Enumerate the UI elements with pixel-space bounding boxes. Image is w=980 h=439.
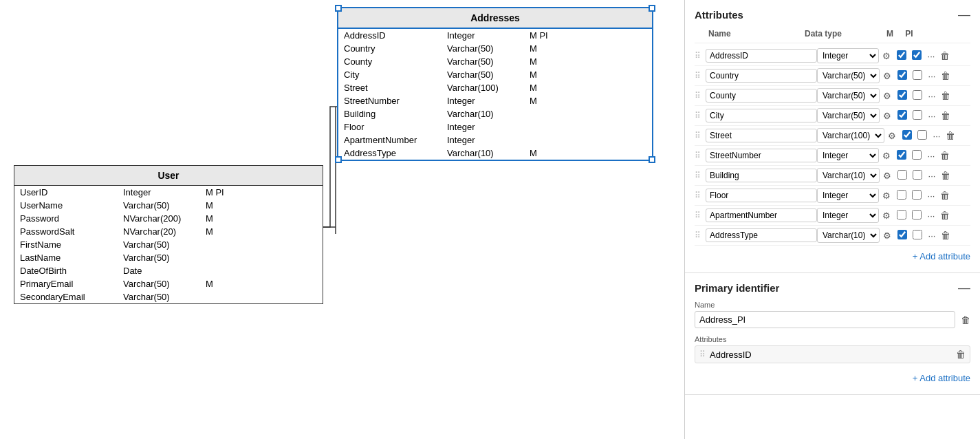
- attr-name-field[interactable]: [706, 149, 817, 162]
- attr-type-select[interactable]: Integer: [817, 208, 879, 223]
- attr-drag-handle[interactable]: ⠿: [695, 231, 706, 240]
- attr-row: ⠿ Integer ⚙ ··· 🗑: [695, 46, 970, 66]
- attr-name-field[interactable]: [706, 49, 817, 63]
- attr-m-checkbox[interactable]: [894, 210, 909, 222]
- attr-gear-icon[interactable]: ⚙: [880, 231, 895, 241]
- attr-type-select[interactable]: Varchar(50) Varchar(50): [817, 68, 880, 83]
- resize-tr[interactable]: [649, 5, 655, 12]
- attr-more-icon[interactable]: ···: [925, 91, 939, 101]
- attr-pi-checkbox[interactable]: [910, 70, 925, 82]
- attr-more-icon[interactable]: ···: [924, 211, 938, 221]
- row-name: AddressID: [344, 30, 433, 41]
- attr-pi-checkbox[interactable]: [909, 150, 924, 162]
- attr-more-icon[interactable]: ···: [925, 171, 939, 181]
- attr-name-field[interactable]: [706, 228, 817, 242]
- attr-drag-handle[interactable]: ⠿: [695, 51, 706, 61]
- attr-drag-handle[interactable]: ⠿: [695, 171, 706, 180]
- attr-type-select[interactable]: Varchar(100) Varchar(100): [817, 128, 884, 143]
- attr-m-checkbox[interactable]: [895, 170, 910, 182]
- attr-drag-handle[interactable]: ⠿: [695, 151, 706, 160]
- diagram-canvas[interactable]: Addresses AddressID Integer M PI Country…: [0, 0, 684, 439]
- attr-type-select[interactable]: Varchar(10) Varchar(10): [817, 168, 880, 183]
- attr-more-icon[interactable]: ···: [925, 111, 939, 121]
- attr-delete-icon[interactable]: 🗑: [944, 130, 957, 141]
- attr-pi-checkbox[interactable]: [909, 190, 924, 202]
- attr-pi-checkbox[interactable]: [910, 170, 925, 182]
- attr-gear-icon[interactable]: ⚙: [879, 211, 894, 221]
- resize-br[interactable]: [649, 156, 655, 163]
- attr-drag-handle[interactable]: ⠿: [695, 111, 706, 120]
- attr-type-select[interactable]: Integer: [817, 148, 879, 163]
- row-flags: M: [206, 279, 213, 289]
- attr-delete-icon[interactable]: 🗑: [938, 50, 952, 61]
- attr-pi-checkbox[interactable]: [909, 50, 924, 62]
- attr-m-checkbox[interactable]: [894, 150, 909, 162]
- row-flags: M: [206, 226, 213, 237]
- pi-name-input[interactable]: [695, 311, 955, 328]
- attr-gear-icon[interactable]: ⚙: [880, 91, 895, 101]
- add-attribute-button[interactable]: + Add attribute: [913, 246, 970, 264]
- attr-name-field[interactable]: [706, 129, 817, 142]
- attr-more-icon[interactable]: ···: [924, 191, 938, 201]
- attr-m-checkbox[interactable]: [895, 230, 910, 242]
- attr-name-field[interactable]: [706, 208, 817, 222]
- pi-name-delete-icon[interactable]: 🗑: [961, 314, 970, 325]
- attr-name-field[interactable]: [706, 89, 817, 103]
- attr-type-select[interactable]: Integer: [817, 188, 879, 203]
- attr-drag-handle[interactable]: ⠿: [695, 211, 706, 220]
- attr-drag-handle[interactable]: ⠿: [695, 131, 706, 140]
- attr-more-icon[interactable]: ···: [924, 51, 938, 61]
- user-entity[interactable]: User UserID Integer M PI UserName Varcha…: [14, 165, 323, 304]
- attr-m-checkbox[interactable]: [895, 90, 910, 102]
- attr-pi-checkbox[interactable]: [909, 210, 924, 222]
- pi-attr-drag-handle[interactable]: ⠿: [699, 350, 706, 359]
- attr-more-icon[interactable]: ···: [925, 231, 939, 241]
- attr-pi-checkbox[interactable]: [910, 230, 925, 242]
- attr-delete-icon[interactable]: 🗑: [939, 70, 952, 81]
- attr-more-icon[interactable]: ···: [930, 131, 944, 141]
- attr-m-checkbox[interactable]: [894, 190, 909, 202]
- attr-m-checkbox[interactable]: [900, 130, 915, 142]
- attr-name-field[interactable]: [706, 189, 817, 202]
- resize-tl[interactable]: [335, 5, 342, 12]
- attr-type-select[interactable]: Integer: [817, 48, 879, 63]
- pi-attr-delete-icon[interactable]: 🗑: [956, 349, 966, 360]
- attr-drag-handle[interactable]: ⠿: [695, 91, 706, 100]
- attr-more-icon[interactable]: ···: [924, 151, 938, 161]
- attr-gear-icon[interactable]: ⚙: [879, 151, 894, 161]
- attr-delete-icon[interactable]: 🗑: [939, 170, 952, 181]
- addresses-entity[interactable]: Addresses AddressID Integer M PI Country…: [337, 7, 653, 161]
- attr-drag-handle[interactable]: ⠿: [695, 191, 706, 200]
- attr-drag-handle[interactable]: ⠿: [695, 71, 706, 81]
- attr-m-checkbox[interactable]: [895, 110, 910, 122]
- attr-pi-checkbox[interactable]: [915, 130, 930, 142]
- attr-type-select[interactable]: Varchar(50) Varchar(50): [817, 108, 880, 123]
- resize-bl[interactable]: [335, 156, 342, 163]
- attr-m-checkbox[interactable]: [894, 50, 909, 62]
- attr-gear-icon[interactable]: ⚙: [879, 51, 894, 61]
- attributes-collapse[interactable]: —: [958, 8, 970, 21]
- row-type: Varchar(50): [123, 200, 192, 211]
- attr-m-checkbox[interactable]: [895, 70, 910, 82]
- pi-add-attribute-button[interactable]: + Add attribute: [913, 370, 970, 386]
- attr-delete-icon[interactable]: 🗑: [938, 190, 952, 201]
- attr-gear-icon[interactable]: ⚙: [879, 191, 894, 201]
- attr-pi-checkbox[interactable]: [910, 110, 925, 122]
- attr-delete-icon[interactable]: 🗑: [938, 210, 952, 221]
- attr-gear-icon[interactable]: ⚙: [880, 111, 895, 121]
- attr-gear-icon[interactable]: ⚙: [880, 71, 895, 81]
- attr-gear-icon[interactable]: ⚙: [880, 171, 895, 181]
- attr-delete-icon[interactable]: 🗑: [939, 110, 952, 121]
- attr-type-select[interactable]: Varchar(10) Varchar(10): [817, 228, 880, 243]
- attr-type-select[interactable]: Varchar(50) Varchar(50): [817, 88, 880, 103]
- attr-more-icon[interactable]: ···: [925, 71, 939, 81]
- attr-delete-icon[interactable]: 🗑: [938, 150, 952, 161]
- pi-collapse[interactable]: —: [958, 281, 970, 294]
- attr-gear-icon[interactable]: ⚙: [884, 131, 900, 141]
- attr-pi-checkbox[interactable]: [910, 90, 925, 102]
- attr-name-field[interactable]: [706, 69, 817, 83]
- attr-delete-icon[interactable]: 🗑: [939, 230, 952, 241]
- attr-delete-icon[interactable]: 🗑: [939, 90, 952, 101]
- attr-name-field[interactable]: [706, 109, 817, 122]
- attr-name-field[interactable]: [706, 169, 817, 182]
